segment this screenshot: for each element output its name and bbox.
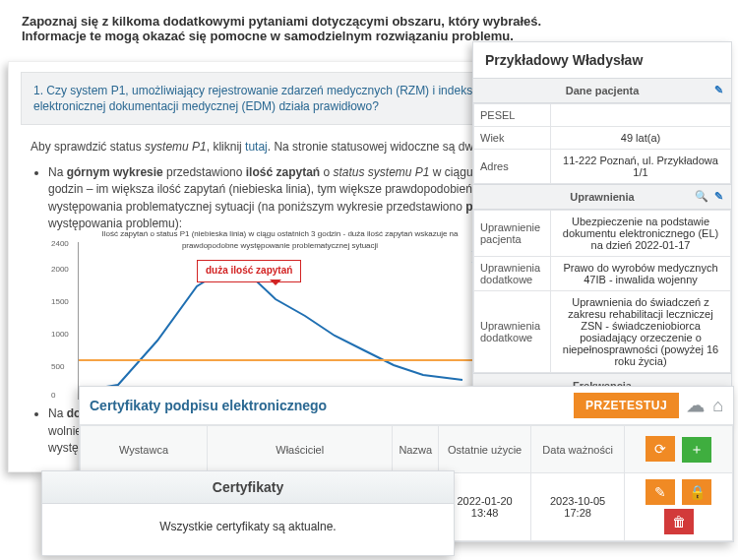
patient-name: Przykładowy Władysław [473,42,731,78]
refresh-button[interactable]: ⟳ [646,436,675,462]
entitlements-table: Uprawnienie pacjentaUbezpieczenie na pod… [473,210,731,373]
status-link[interactable]: tutaj [245,140,268,154]
table-row: Uprawnienia dodatkoweUprawnienia do świa… [474,291,731,373]
edit-cert-button[interactable]: ✎ [646,479,675,505]
edit-patient-icon[interactable] [714,84,723,96]
table-row: Uprawnienia dodatkowePrawo do wyrobów me… [474,257,731,291]
add-button[interactable]: ＋ [682,437,711,463]
test-button[interactable]: PRZETESTUJ [574,393,679,418]
toast-title: Certyfikaty [42,471,454,504]
home-icon[interactable]: ⌂ [712,396,723,416]
table-row: Adres11-222 Poznań, ul. Przykładowa 1/1 [474,150,731,184]
helper-line [79,359,481,361]
patient-data-header: Dane pacjenta [473,78,731,103]
table-row: Wiek49 lat(a) [474,127,731,150]
search-entitlements-icon[interactable] [695,190,708,203]
entitlements-header: Uprawnienia [473,184,731,210]
edit-entitlements-icon[interactable] [714,190,723,203]
table-row: Uprawnienie pacjentaUbezpieczenie na pod… [474,211,731,257]
table-row: PESEL [474,104,731,127]
chart-callout: duża ilość zapytań [197,260,301,282]
lock-cert-button[interactable]: 🔒 [682,479,711,505]
table-header-row: Wystawca Właściciel Nazwa Ostatnie użyci… [81,426,733,473]
toast-body: Wszystkie certyfikaty są aktualne. [42,504,454,539]
patient-card: Przykładowy Władysław Dane pacjenta PESE… [472,41,732,425]
status-chart: Ilość zapytań o status P1 (niebieska lin… [78,242,481,400]
delete-cert-button[interactable]: 🗑 [664,509,694,534]
cloud-icon[interactable]: ☁ [687,395,705,416]
certificates-title: Certyfikaty podpisu elektronicznego [90,398,327,413]
patient-data-table: PESEL Wiek49 lat(a) Adres11-222 Poznań, … [473,103,731,184]
cert-status-toast: Certyfikaty Wszystkie certyfikaty są akt… [41,470,455,556]
